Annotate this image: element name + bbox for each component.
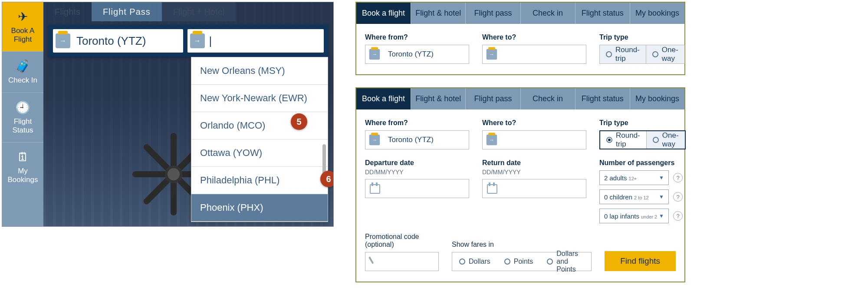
help-icon[interactable]: ? xyxy=(673,173,683,182)
departure-date-field[interactable] xyxy=(365,179,469,198)
trip-type-label: Trip type xyxy=(599,33,685,41)
desktop-widgets: Book a flight Flight & hotel Flight pass… xyxy=(355,2,685,282)
pax-label: Number of passengers xyxy=(599,159,683,167)
dropdown-item[interactable]: New Orleans (MSY) xyxy=(191,57,328,85)
departure-date-input[interactable] xyxy=(385,179,485,198)
tab-check-in[interactable]: Check in xyxy=(520,88,575,109)
rail-my-bookings[interactable]: 🗓 My Bookings xyxy=(2,142,43,192)
text-cursor: | xyxy=(205,34,212,48)
fares-dollars[interactable]: Dollars xyxy=(452,258,497,265)
chevron-down-icon: ▼ xyxy=(659,175,664,181)
tag-icon xyxy=(487,49,497,60)
adults-select[interactable]: 2 adults12+ ▼ xyxy=(599,170,669,185)
tab-flight-pass[interactable]: Flight pass xyxy=(465,88,520,109)
help-icon[interactable]: ? xyxy=(673,192,683,202)
tab-flight-hotel[interactable]: Flight & hotel xyxy=(411,3,465,24)
trip-one-way[interactable]: One-way xyxy=(646,45,684,63)
trip-round-trip[interactable]: Round-trip xyxy=(600,45,646,63)
option-label: Dollars xyxy=(469,258,490,265)
rail-flight-status[interactable]: 🕘 Flight Status xyxy=(2,93,43,142)
to-input[interactable] xyxy=(212,34,324,48)
option-label: Round-trip xyxy=(616,131,640,149)
dropdown-item[interactable]: Ottawa (YOW) xyxy=(191,139,328,167)
select-value: 0 children xyxy=(604,193,632,201)
tag-icon xyxy=(369,135,380,145)
left-main: Flights Flight Pass Flight + Hotel | New… xyxy=(43,2,333,226)
to-field[interactable] xyxy=(482,130,586,149)
search-row: | xyxy=(49,25,328,57)
help-icon[interactable]: ? xyxy=(673,211,683,221)
select-sub: 2 to 12 xyxy=(634,195,649,200)
rail-label: My Bookings xyxy=(4,167,42,184)
tab-flight-pass[interactable]: Flight Pass xyxy=(92,2,162,21)
radio-icon xyxy=(652,51,658,57)
rail-label: Book A Flight xyxy=(4,27,42,43)
chevron-down-icon: ▼ xyxy=(659,194,664,200)
tab-flight-pass[interactable]: Flight pass xyxy=(465,3,520,24)
side-rail: ✈ Book A Flight 🧳 Check In 🕘 Flight Stat… xyxy=(2,2,43,226)
tag-icon xyxy=(366,257,372,267)
fares-toggle: Dollars Points Dollars and Points xyxy=(452,252,592,271)
dropdown-item-selected[interactable]: Phoenix (PHX) xyxy=(191,194,328,222)
radio-icon xyxy=(504,259,510,265)
return-date-input[interactable] xyxy=(502,179,602,198)
destination-dropdown[interactable]: New Orleans (MSY) New York-Newark (EWR) … xyxy=(191,57,328,222)
calendar-icon: 🗓 xyxy=(17,150,29,164)
find-flights-button[interactable]: Find flights xyxy=(605,251,676,271)
to-field[interactable] xyxy=(482,45,586,64)
rail-book-a-flight[interactable]: ✈ Book A Flight xyxy=(2,2,43,51)
fares-both[interactable]: Dollars and Points xyxy=(540,250,591,273)
option-label: Dollars and Points xyxy=(556,250,584,273)
radio-icon xyxy=(459,259,465,265)
passenger-selects: 2 adults12+ ▼ ? 0 children2 to 12 ▼ ? xyxy=(599,170,683,223)
select-value: 2 adults xyxy=(604,174,627,182)
dropdown-item[interactable]: New York-Newark (EWR) xyxy=(191,85,328,112)
calendar-icon xyxy=(369,182,381,195)
dropdown-item[interactable]: Orlando (MCO) xyxy=(191,112,328,139)
radio-icon xyxy=(606,137,612,143)
from-box[interactable] xyxy=(53,29,183,53)
trip-type-label: Trip type xyxy=(599,119,686,127)
trip-round-trip[interactable]: Round-trip xyxy=(600,131,646,149)
fares-points[interactable]: Points xyxy=(497,258,540,265)
tab-my-bookings[interactable]: My bookings xyxy=(630,88,684,109)
from-input[interactable] xyxy=(70,34,183,48)
annotation-6: 6 xyxy=(320,171,334,187)
tab-check-in[interactable]: Check in xyxy=(520,3,575,24)
from-input[interactable] xyxy=(384,131,484,149)
infants-select[interactable]: 0 lap infantsunder 2 ▼ xyxy=(599,209,669,223)
rail-check-in[interactable]: 🧳 Check In xyxy=(2,51,43,93)
tab-my-bookings[interactable]: My bookings xyxy=(630,3,684,24)
date-format-hint: DD/MM/YYYY xyxy=(482,169,586,176)
to-label: Where to? xyxy=(482,119,586,127)
option-label: Round-trip xyxy=(615,46,640,63)
from-input[interactable] xyxy=(384,45,484,63)
radio-icon xyxy=(606,51,612,57)
dep-date-label: Departure date xyxy=(365,159,469,167)
mobile-booking-panel: ✈ Book A Flight 🧳 Check In 🕘 Flight Stat… xyxy=(2,2,334,227)
to-input[interactable] xyxy=(501,131,602,149)
tab-flight-hotel[interactable]: Flight & hotel xyxy=(411,88,465,109)
select-sub: 12+ xyxy=(629,176,637,181)
dropdown-item[interactable]: Philadelphia (PHL) xyxy=(191,167,328,194)
plane-icon: ✈ xyxy=(18,10,28,24)
trip-one-way[interactable]: One-way xyxy=(646,131,685,149)
children-select[interactable]: 0 children2 to 12 ▼ xyxy=(599,189,669,204)
option-label: Points xyxy=(514,258,533,265)
select-value: 0 lap infants xyxy=(604,212,639,220)
ret-date-label: Return date xyxy=(482,159,586,167)
promo-field[interactable] xyxy=(365,252,439,271)
from-field[interactable] xyxy=(365,130,469,149)
tab-flight-status[interactable]: Flight status xyxy=(575,3,630,24)
radio-icon xyxy=(547,259,553,265)
tab-flight-status[interactable]: Flight status xyxy=(575,88,630,109)
to-box[interactable]: | xyxy=(187,29,324,53)
tab-book-a-flight[interactable]: Book a flight xyxy=(356,3,411,24)
date-format-hint: DD/MM/YYYY xyxy=(365,169,469,176)
rail-label: Check In xyxy=(8,76,37,85)
from-field[interactable] xyxy=(365,45,469,64)
return-date-field[interactable] xyxy=(482,179,586,198)
to-input[interactable] xyxy=(501,45,602,63)
tab-book-a-flight[interactable]: Book a flight xyxy=(356,88,411,109)
radio-icon xyxy=(653,137,659,143)
